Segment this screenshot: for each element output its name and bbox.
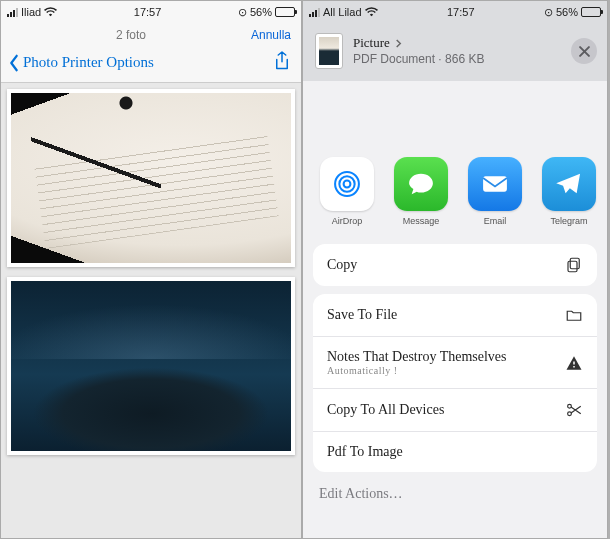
- left-phone: Iliad 17:57 ⊙ 56% 2 foto Annulla Photo P…: [0, 0, 302, 539]
- photo-item[interactable]: [7, 277, 295, 455]
- action-label: Pdf To Image: [327, 444, 403, 460]
- wifi-icon: [44, 7, 57, 17]
- battery-percent: 56%: [250, 6, 272, 18]
- cancel-link[interactable]: Annulla: [251, 28, 291, 42]
- clock: 17:57: [447, 6, 475, 18]
- svg-rect-3: [483, 176, 507, 191]
- battery-icon: [275, 7, 295, 17]
- close-icon: [579, 46, 590, 57]
- action-notes-destroy[interactable]: Notes That Destroy Themselves Automatica…: [313, 337, 597, 389]
- chevron-left-icon: [7, 54, 21, 72]
- photo-list[interactable]: [1, 83, 301, 538]
- share-sheet-header: Picture PDF Document · 866 KB: [303, 23, 607, 81]
- back-button[interactable]: Photo Printer Options: [7, 54, 154, 72]
- photo-count: 2 foto: [116, 28, 146, 42]
- photo-thumbnail: [11, 93, 291, 263]
- share-app-airdrop[interactable]: AirDrop: [319, 157, 375, 226]
- action-copy[interactable]: Copy: [313, 244, 597, 286]
- right-phone: All Lilad 17:57 ⊙ 56% Picture PDF Docume…: [302, 0, 608, 539]
- signal-icon: [7, 8, 18, 17]
- share-app-telegram[interactable]: Telegram: [541, 157, 597, 226]
- share-app-label: Email: [467, 216, 523, 226]
- action-label: Notes That Destroy Themselves: [327, 349, 507, 364]
- alarm-icon: ⊙: [238, 6, 247, 19]
- carrier-label: Iliad: [21, 6, 41, 18]
- scissors-icon: [565, 401, 583, 419]
- document-subtitle: PDF Document · 866 KB: [353, 52, 571, 67]
- share-app-label: Message: [393, 216, 449, 226]
- back-label: Photo Printer Options: [23, 54, 154, 71]
- share-app-email[interactable]: Email: [467, 157, 523, 226]
- share-app-label: Telegram: [541, 216, 597, 226]
- edit-actions-link[interactable]: Edit Actions…: [303, 472, 607, 520]
- document-thumbnail: [315, 33, 343, 69]
- action-pdf-to-image[interactable]: Pdf To Image: [313, 432, 597, 472]
- alarm-icon: ⊙: [544, 6, 553, 19]
- telegram-icon: [552, 167, 586, 201]
- action-label: Copy To All Devices: [327, 402, 444, 418]
- folder-icon: [565, 306, 583, 324]
- share-button[interactable]: [273, 50, 291, 76]
- status-bar: Iliad 17:57 ⊙ 56%: [1, 1, 301, 23]
- action-sublabel: Automatically !: [327, 365, 507, 376]
- sub-nav: 2 foto Annulla: [1, 23, 301, 47]
- svg-point-1: [339, 176, 354, 191]
- share-icon: [273, 50, 291, 72]
- action-label: Save To File: [327, 307, 397, 323]
- signal-icon: [309, 8, 320, 17]
- action-group-copy: Copy: [313, 244, 597, 286]
- message-icon: [404, 167, 438, 201]
- action-group-main: Save To File Notes That Destroy Themselv…: [313, 294, 597, 472]
- svg-rect-5: [568, 261, 577, 272]
- warning-icon: [565, 354, 583, 372]
- close-button[interactable]: [571, 38, 597, 64]
- carrier-label: All Lilad: [323, 6, 362, 18]
- svg-point-0: [344, 181, 351, 188]
- status-bar: All Lilad 17:57 ⊙ 56%: [303, 1, 607, 23]
- airdrop-icon: [330, 167, 364, 201]
- svg-rect-4: [570, 258, 579, 269]
- wifi-icon: [365, 7, 378, 17]
- battery-icon: [581, 7, 601, 17]
- edit-actions-label: Edit Actions…: [319, 486, 403, 501]
- photo-item[interactable]: [7, 89, 295, 267]
- copy-icon: [565, 256, 583, 274]
- action-label: Copy: [327, 257, 357, 273]
- share-apps-row[interactable]: AirDrop Message Email Telegram W: [303, 151, 607, 236]
- action-save-to-file[interactable]: Save To File: [313, 294, 597, 337]
- photo-thumbnail: [11, 281, 291, 451]
- battery-percent: 56%: [556, 6, 578, 18]
- chevron-right-icon: [394, 39, 403, 48]
- action-copy-all-devices[interactable]: Copy To All Devices: [313, 389, 597, 432]
- clock: 17:57: [134, 6, 162, 18]
- mail-icon: [478, 167, 512, 201]
- share-app-label: AirDrop: [319, 216, 375, 226]
- document-title: Picture: [353, 35, 571, 51]
- share-app-message[interactable]: Message: [393, 157, 449, 226]
- share-sheet-body: AirDrop Message Email Telegram W Copy: [303, 81, 607, 520]
- navbar: Photo Printer Options: [1, 47, 301, 83]
